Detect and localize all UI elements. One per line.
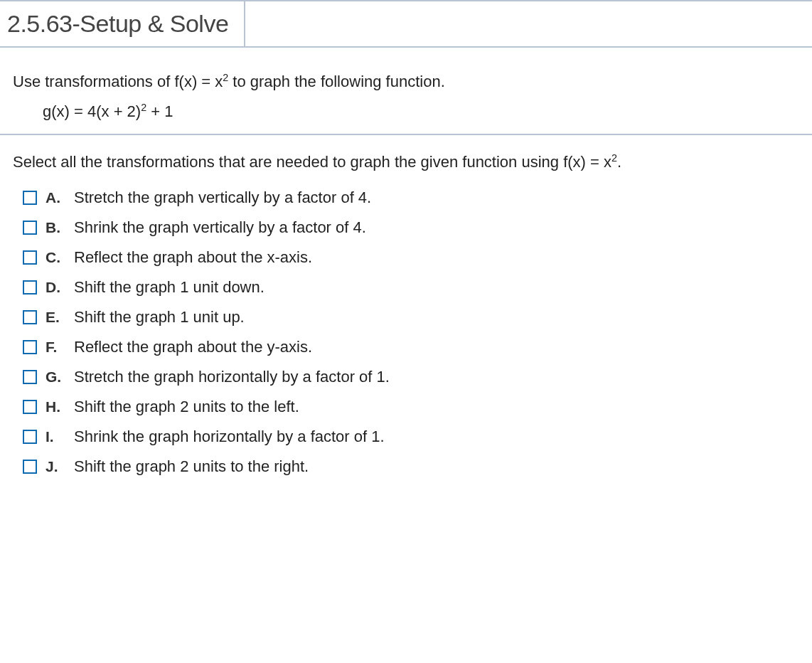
subprompt-pre: Select all the transformations that are … xyxy=(13,153,563,171)
option-letter: G. xyxy=(46,368,65,386)
fx-expression-2: f(x) = x2 xyxy=(563,153,617,171)
header-bar: 2.5.63-Setup & Solve xyxy=(0,0,812,48)
option-checkbox[interactable] xyxy=(23,460,37,474)
instruction-text: Select all the transformations that are … xyxy=(13,149,799,174)
fx2-exponent: 2 xyxy=(611,152,617,164)
option-row: G.Stretch the graph horizontally by a fa… xyxy=(13,362,799,392)
option-text: Shrink the graph horizontally by a facto… xyxy=(74,428,385,446)
option-text: Shift the graph 2 units to the left. xyxy=(74,398,299,416)
given-function: g(x) = 4(x + 2)2 + 1 xyxy=(43,102,799,121)
g-exponent: 2 xyxy=(141,102,146,113)
option-text: Shift the graph 1 unit up. xyxy=(74,308,245,327)
option-row: E.Shift the graph 1 unit up. xyxy=(13,302,799,332)
option-letter: E. xyxy=(46,309,65,326)
option-row: B.Shrink the graph vertically by a facto… xyxy=(13,213,799,243)
option-text: Reflect the graph about the x-axis. xyxy=(74,248,312,267)
option-row: H.Shift the graph 2 units to the left. xyxy=(13,392,799,422)
option-text: Reflect the graph about the y-axis. xyxy=(74,338,312,356)
option-text: Shrink the graph vertically by a factor … xyxy=(74,218,366,237)
option-letter: C. xyxy=(46,249,65,266)
option-checkbox[interactable] xyxy=(23,280,37,295)
option-letter: J. xyxy=(46,458,65,475)
option-row: D.Shift the graph 1 unit down. xyxy=(13,272,799,302)
g-post: + 1 xyxy=(146,102,173,120)
question-prompt: Use transformations of f(x) = x2 to grap… xyxy=(13,69,799,94)
option-text: Stretch the graph horizontally by a fact… xyxy=(74,368,390,386)
option-letter: B. xyxy=(46,219,65,236)
g-pre: g(x) = 4(x + 2) xyxy=(43,102,141,120)
divider xyxy=(0,134,812,135)
page-title: 2.5.63-Setup & Solve xyxy=(7,10,228,37)
fx2-lhs: f(x) = x xyxy=(563,153,611,171)
option-checkbox[interactable] xyxy=(23,340,37,354)
fx-lhs: f(x) = x xyxy=(174,73,223,90)
option-letter: F. xyxy=(46,339,65,356)
option-letter: H. xyxy=(46,398,65,415)
option-checkbox[interactable] xyxy=(23,191,37,205)
title-container: 2.5.63-Setup & Solve xyxy=(0,1,245,46)
option-checkbox[interactable] xyxy=(23,310,37,324)
g-expression: g(x) = 4(x + 2)2 + 1 xyxy=(43,102,173,120)
option-row: I.Shrink the graph horizontally by a fac… xyxy=(13,422,799,452)
option-letter: D. xyxy=(46,279,65,296)
option-row: C.Reflect the graph about the x-axis. xyxy=(13,243,799,272)
option-row: F.Reflect the graph about the y-axis. xyxy=(13,332,799,362)
option-checkbox[interactable] xyxy=(23,221,37,235)
fx-expression: f(x) = x2 xyxy=(174,73,228,90)
option-letter: I. xyxy=(46,428,65,445)
subprompt-post: . xyxy=(617,153,621,171)
option-text: Stretch the graph vertically by a factor… xyxy=(74,189,371,207)
content-area: Use transformations of f(x) = x2 to grap… xyxy=(0,48,812,496)
options-list: A.Stretch the graph vertically by a fact… xyxy=(13,183,799,482)
option-text: Shift the graph 2 units to the right. xyxy=(74,457,309,476)
option-row: A.Stretch the graph vertically by a fact… xyxy=(13,183,799,213)
option-letter: A. xyxy=(46,189,65,206)
option-checkbox[interactable] xyxy=(23,430,37,444)
prompt-pre: Use transformations of xyxy=(13,73,174,90)
option-row: J.Shift the graph 2 units to the right. xyxy=(13,452,799,482)
option-checkbox[interactable] xyxy=(23,370,37,384)
option-checkbox[interactable] xyxy=(23,400,37,414)
prompt-post: to graph the following function. xyxy=(228,73,445,90)
option-checkbox[interactable] xyxy=(23,250,37,265)
option-text: Shift the graph 1 unit down. xyxy=(74,278,265,297)
